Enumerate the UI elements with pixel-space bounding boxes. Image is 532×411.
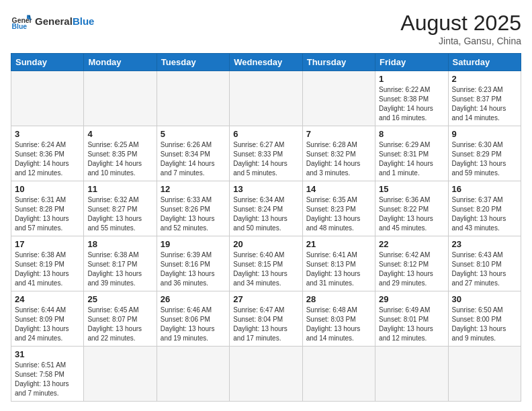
day-info: Sunrise: 6:37 AM Sunset: 8:20 PM Dayligh… <box>452 195 517 233</box>
page-header: General Blue GeneralBlue August 2025 Jin… <box>11 11 521 46</box>
day-number: 23 <box>452 239 517 249</box>
day-number: 30 <box>452 294 517 304</box>
calendar-table: SundayMondayTuesdayWednesdayThursdayFrid… <box>11 53 521 402</box>
calendar-day: 31Sunrise: 6:51 AM Sunset: 7:58 PM Dayli… <box>11 347 84 402</box>
logo-icon: General Blue <box>11 11 32 32</box>
calendar-day: 29Sunrise: 6:49 AM Sunset: 8:01 PM Dayli… <box>375 291 448 347</box>
day-number: 7 <box>306 129 371 139</box>
logo: General Blue GeneralBlue <box>11 11 94 32</box>
calendar-day: 27Sunrise: 6:47 AM Sunset: 8:04 PM Dayli… <box>230 291 302 347</box>
day-number: 9 <box>452 129 517 139</box>
calendar-day: 12Sunrise: 6:33 AM Sunset: 8:26 PM Dayli… <box>157 181 229 236</box>
day-info: Sunrise: 6:46 AM Sunset: 8:06 PM Dayligh… <box>161 306 226 343</box>
day-number: 24 <box>15 294 80 304</box>
calendar-week-row: 10Sunrise: 6:31 AM Sunset: 8:28 PM Dayli… <box>11 181 521 236</box>
calendar-day: 24Sunrise: 6:44 AM Sunset: 8:09 PM Dayli… <box>11 291 84 347</box>
month-title: August 2025 <box>400 11 521 36</box>
calendar-week-row: 31Sunrise: 6:51 AM Sunset: 7:58 PM Dayli… <box>11 347 521 402</box>
day-info: Sunrise: 6:27 AM Sunset: 8:33 PM Dayligh… <box>233 140 298 178</box>
day-info: Sunrise: 6:23 AM Sunset: 8:37 PM Dayligh… <box>452 85 517 123</box>
day-info: Sunrise: 6:32 AM Sunset: 8:27 PM Dayligh… <box>87 195 152 233</box>
day-info: Sunrise: 6:48 AM Sunset: 8:03 PM Dayligh… <box>306 306 371 343</box>
calendar-day: 17Sunrise: 6:38 AM Sunset: 8:19 PM Dayli… <box>11 236 84 291</box>
day-number: 29 <box>379 294 444 304</box>
day-info: Sunrise: 6:39 AM Sunset: 8:16 PM Dayligh… <box>161 250 226 288</box>
calendar-day: 21Sunrise: 6:41 AM Sunset: 8:13 PM Dayli… <box>302 236 375 291</box>
day-number: 5 <box>161 129 226 139</box>
calendar-day <box>302 347 375 402</box>
day-info: Sunrise: 6:31 AM Sunset: 8:28 PM Dayligh… <box>15 195 80 233</box>
day-number: 1 <box>379 74 444 84</box>
day-number: 27 <box>233 294 298 304</box>
calendar-day: 9Sunrise: 6:30 AM Sunset: 8:29 PM Daylig… <box>448 126 521 181</box>
calendar-day: 6Sunrise: 6:27 AM Sunset: 8:33 PM Daylig… <box>230 126 302 181</box>
calendar-day: 4Sunrise: 6:25 AM Sunset: 8:35 PM Daylig… <box>84 126 157 181</box>
calendar-day: 18Sunrise: 6:38 AM Sunset: 8:17 PM Dayli… <box>84 236 157 291</box>
weekday-header-row: SundayMondayTuesdayWednesdayThursdayFrid… <box>11 54 521 71</box>
calendar-day: 22Sunrise: 6:42 AM Sunset: 8:12 PM Dayli… <box>375 236 448 291</box>
day-number: 13 <box>233 184 298 194</box>
day-number: 12 <box>161 184 226 194</box>
calendar-day <box>230 347 302 402</box>
day-number: 21 <box>306 239 371 249</box>
calendar-day: 14Sunrise: 6:35 AM Sunset: 8:23 PM Dayli… <box>302 181 375 236</box>
title-block: August 2025 Jinta, Gansu, China <box>400 11 521 46</box>
calendar-week-row: 1Sunrise: 6:22 AM Sunset: 8:38 PM Daylig… <box>11 71 521 126</box>
day-number: 14 <box>306 184 371 194</box>
day-number: 11 <box>87 184 152 194</box>
calendar-day <box>84 71 157 126</box>
day-number: 15 <box>379 184 444 194</box>
calendar-day: 3Sunrise: 6:24 AM Sunset: 8:36 PM Daylig… <box>11 126 84 181</box>
weekday-header-friday: Friday <box>375 54 448 71</box>
calendar-day <box>448 347 521 402</box>
day-number: 18 <box>87 239 152 249</box>
day-info: Sunrise: 6:41 AM Sunset: 8:13 PM Dayligh… <box>306 250 371 288</box>
day-number: 3 <box>15 129 80 139</box>
calendar-day: 8Sunrise: 6:29 AM Sunset: 8:31 PM Daylig… <box>375 126 448 181</box>
calendar-day <box>375 347 448 402</box>
calendar-day <box>157 347 229 402</box>
day-info: Sunrise: 6:42 AM Sunset: 8:12 PM Dayligh… <box>379 250 444 288</box>
calendar-day: 25Sunrise: 6:45 AM Sunset: 8:07 PM Dayli… <box>84 291 157 347</box>
day-number: 4 <box>87 129 152 139</box>
calendar-day: 23Sunrise: 6:43 AM Sunset: 8:10 PM Dayli… <box>448 236 521 291</box>
logo-general: General <box>35 15 73 27</box>
day-info: Sunrise: 6:38 AM Sunset: 8:19 PM Dayligh… <box>15 250 80 288</box>
weekday-header-tuesday: Tuesday <box>157 54 229 71</box>
calendar-week-row: 17Sunrise: 6:38 AM Sunset: 8:19 PM Dayli… <box>11 236 521 291</box>
day-info: Sunrise: 6:29 AM Sunset: 8:31 PM Dayligh… <box>379 140 444 178</box>
day-info: Sunrise: 6:30 AM Sunset: 8:29 PM Dayligh… <box>452 140 517 178</box>
calendar-week-row: 24Sunrise: 6:44 AM Sunset: 8:09 PM Dayli… <box>11 291 521 347</box>
day-number: 31 <box>15 349 80 359</box>
weekday-header-saturday: Saturday <box>448 54 521 71</box>
day-number: 25 <box>87 294 152 304</box>
day-info: Sunrise: 6:33 AM Sunset: 8:26 PM Dayligh… <box>161 195 226 233</box>
day-number: 26 <box>161 294 226 304</box>
calendar-day: 28Sunrise: 6:48 AM Sunset: 8:03 PM Dayli… <box>302 291 375 347</box>
day-info: Sunrise: 6:25 AM Sunset: 8:35 PM Dayligh… <box>87 140 152 178</box>
weekday-header-monday: Monday <box>84 54 157 71</box>
calendar-day <box>302 71 375 126</box>
day-info: Sunrise: 6:35 AM Sunset: 8:23 PM Dayligh… <box>306 195 371 233</box>
day-info: Sunrise: 6:50 AM Sunset: 8:00 PM Dayligh… <box>452 306 517 343</box>
calendar-day: 11Sunrise: 6:32 AM Sunset: 8:27 PM Dayli… <box>84 181 157 236</box>
day-info: Sunrise: 6:49 AM Sunset: 8:01 PM Dayligh… <box>379 306 444 343</box>
weekday-header-wednesday: Wednesday <box>230 54 302 71</box>
calendar-day: 13Sunrise: 6:34 AM Sunset: 8:24 PM Dayli… <box>230 181 302 236</box>
day-info: Sunrise: 6:26 AM Sunset: 8:34 PM Dayligh… <box>161 140 226 178</box>
day-info: Sunrise: 6:22 AM Sunset: 8:38 PM Dayligh… <box>379 85 444 123</box>
calendar-day: 2Sunrise: 6:23 AM Sunset: 8:37 PM Daylig… <box>448 71 521 126</box>
day-info: Sunrise: 6:36 AM Sunset: 8:22 PM Dayligh… <box>379 195 444 233</box>
calendar-day <box>230 71 302 126</box>
day-info: Sunrise: 6:40 AM Sunset: 8:15 PM Dayligh… <box>233 250 298 288</box>
calendar-day: 26Sunrise: 6:46 AM Sunset: 8:06 PM Dayli… <box>157 291 229 347</box>
weekday-header-sunday: Sunday <box>11 54 84 71</box>
day-number: 28 <box>306 294 371 304</box>
calendar-day: 1Sunrise: 6:22 AM Sunset: 8:38 PM Daylig… <box>375 71 448 126</box>
day-info: Sunrise: 6:34 AM Sunset: 8:24 PM Dayligh… <box>233 195 298 233</box>
day-number: 8 <box>379 129 444 139</box>
day-number: 20 <box>233 239 298 249</box>
calendar-day <box>157 71 229 126</box>
day-number: 6 <box>233 129 298 139</box>
calendar-day: 16Sunrise: 6:37 AM Sunset: 8:20 PM Dayli… <box>448 181 521 236</box>
